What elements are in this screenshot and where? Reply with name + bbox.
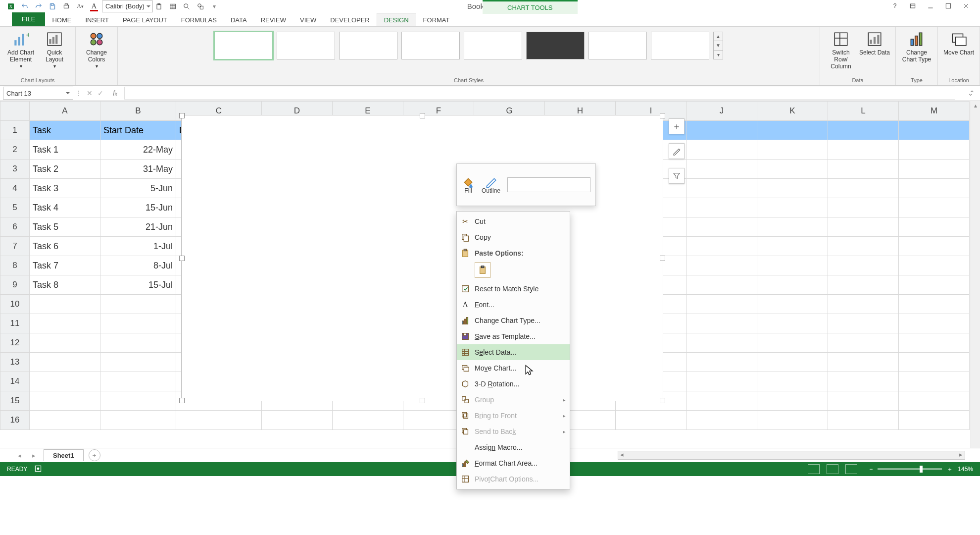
cell-K5[interactable]	[757, 198, 828, 217]
cell-A12[interactable]	[30, 333, 100, 353]
cell-M1[interactable]	[899, 121, 970, 140]
zoom-in-button[interactable]: ＋	[947, 465, 953, 474]
ctx-cut[interactable]: ✂Cut	[457, 214, 570, 229]
cell-B13[interactable]	[100, 353, 176, 372]
resize-handle-w[interactable]	[179, 256, 185, 261]
cell-K6[interactable]	[757, 217, 828, 237]
cell-L11[interactable]	[828, 314, 899, 333]
cell-B4[interactable]: 5-Jun	[100, 179, 176, 198]
cell-B16[interactable]	[100, 411, 176, 430]
column-header-A[interactable]: A	[30, 102, 100, 121]
tab-formulas[interactable]: FORMULAS	[174, 13, 224, 26]
row-header-11[interactable]: 11	[0, 314, 30, 333]
mini-fill-button[interactable]: Fill	[462, 175, 475, 194]
chart-style-2[interactable]	[277, 32, 335, 59]
chart-style-4[interactable]	[401, 32, 460, 59]
resize-handle-ne[interactable]	[660, 113, 665, 118]
cell-A16[interactable]	[30, 411, 100, 430]
ctx-font[interactable]: AFont...	[457, 297, 570, 313]
row-header-1[interactable]: 1	[0, 121, 30, 140]
cell-A6[interactable]: Task 5	[30, 217, 100, 237]
tab-format[interactable]: FORMAT	[416, 13, 457, 26]
cell-B3[interactable]: 31-May	[100, 160, 176, 179]
cell-K12[interactable]	[757, 333, 828, 353]
row-header-9[interactable]: 9	[0, 275, 30, 295]
row-header-6[interactable]: 6	[0, 217, 30, 237]
mini-style-dropdown[interactable]	[507, 177, 590, 192]
cell-J14[interactable]	[686, 372, 757, 391]
cell-M13[interactable]	[899, 353, 970, 372]
zoom-out-button[interactable]: −	[869, 466, 873, 473]
cell-J5[interactable]	[686, 198, 757, 217]
cell-J2[interactable]	[686, 140, 757, 160]
cell-L10[interactable]	[828, 295, 899, 314]
formula-input[interactable]	[124, 87, 955, 100]
zoom-level[interactable]: 145%	[958, 466, 973, 473]
chart-elements-button[interactable]: ＋	[669, 118, 685, 134]
cell-J8[interactable]	[686, 256, 757, 275]
save-icon[interactable]	[47, 0, 58, 12]
cell-A3[interactable]: Task 2	[30, 160, 100, 179]
cell-B5[interactable]: 15-Jun	[100, 198, 176, 217]
macro-record-icon[interactable]	[34, 465, 42, 474]
qat-customize-icon[interactable]: ▾	[208, 0, 220, 12]
cell-L16[interactable]	[828, 411, 899, 430]
row-header-7[interactable]: 7	[0, 237, 30, 256]
add-chart-element-button[interactable]: + Add Chart Element▾	[5, 29, 37, 75]
vertical-scrollbar[interactable]: ▴	[971, 101, 980, 448]
cell-M12[interactable]	[899, 333, 970, 353]
ctx-move-chart[interactable]: Move Chart...	[457, 360, 570, 376]
ctx-3d-rotation[interactable]: 3-D Rotation...	[457, 376, 570, 392]
cell-J12[interactable]	[686, 333, 757, 353]
maximize-icon[interactable]	[940, 0, 956, 12]
switch-row-column-button[interactable]: Switch Row/ Column	[825, 29, 857, 75]
cell-L9[interactable]	[828, 275, 899, 295]
resize-handle-sw[interactable]	[179, 398, 185, 403]
row-header-13[interactable]: 13	[0, 353, 30, 372]
tab-review[interactable]: REVIEW	[254, 13, 293, 26]
cell-L5[interactable]	[828, 198, 899, 217]
resize-handle-e[interactable]	[660, 256, 665, 261]
zoom-icon[interactable]	[181, 0, 193, 12]
resize-handle-s[interactable]	[420, 398, 425, 403]
mini-outline-button[interactable]: Outline	[482, 175, 500, 194]
tab-home[interactable]: HOME	[45, 13, 78, 26]
cell-M2[interactable]	[899, 140, 970, 160]
tab-file[interactable]: FILE	[12, 12, 45, 26]
cell-J15[interactable]	[686, 391, 757, 411]
view-page-layout-button[interactable]	[827, 464, 838, 474]
font-size-decrease-icon[interactable]: A▾	[74, 0, 86, 12]
cell-K8[interactable]	[757, 256, 828, 275]
cell-B11[interactable]	[100, 314, 176, 333]
cell-J6[interactable]	[686, 217, 757, 237]
tab-design[interactable]: DESIGN	[377, 13, 416, 26]
font-color-icon[interactable]: A	[88, 0, 100, 12]
cell-A11[interactable]	[30, 314, 100, 333]
cell-A5[interactable]: Task 4	[30, 198, 100, 217]
tab-view[interactable]: VIEW	[293, 13, 323, 26]
cell-L13[interactable]	[828, 353, 899, 372]
cell-L14[interactable]	[828, 372, 899, 391]
cell-L4[interactable]	[828, 179, 899, 198]
shapes-icon[interactable]	[195, 0, 206, 12]
tab-insert[interactable]: INSERT	[78, 13, 115, 26]
cell-J16[interactable]	[686, 411, 757, 430]
view-normal-button[interactable]	[808, 464, 820, 474]
cell-A9[interactable]: Task 8	[30, 275, 100, 295]
minimize-icon[interactable]	[923, 0, 938, 12]
resize-handle-se[interactable]	[660, 398, 665, 403]
name-box[interactable]: Chart 13	[3, 87, 73, 100]
chart-style-gallery-spinner[interactable]: ▲▼▾	[713, 32, 723, 59]
sheet-nav-next[interactable]: ▸	[29, 452, 39, 459]
cell-K11[interactable]	[757, 314, 828, 333]
view-page-break-button[interactable]	[845, 464, 857, 474]
cell-L15[interactable]	[828, 391, 899, 411]
cell-J7[interactable]	[686, 237, 757, 256]
cell-B2[interactable]: 22-May	[100, 140, 176, 160]
cell-K15[interactable]	[757, 391, 828, 411]
ctx-change-chart-type[interactable]: Change Chart Type...	[457, 313, 570, 328]
cell-J3[interactable]	[686, 160, 757, 179]
select-all-corner[interactable]	[0, 102, 30, 121]
ctx-reset-match-style[interactable]: Reset to Match Style	[457, 281, 570, 297]
row-header-14[interactable]: 14	[0, 372, 30, 391]
